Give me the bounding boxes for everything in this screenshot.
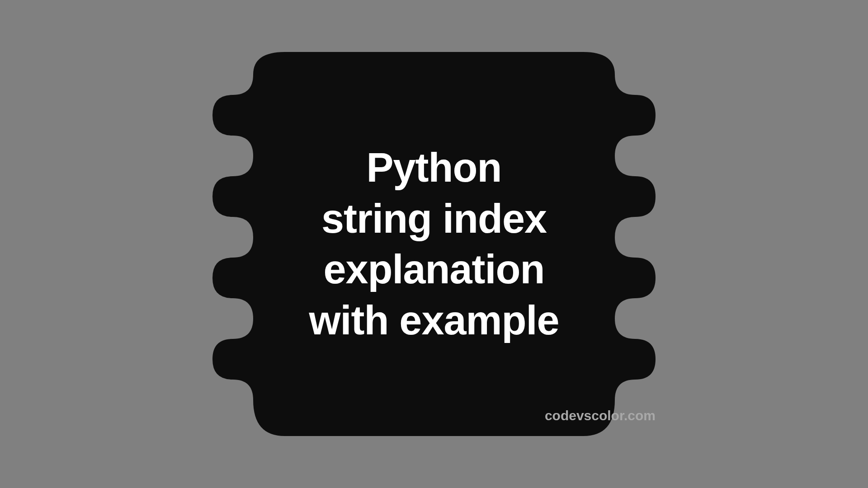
title-line-3: explanation: [309, 244, 559, 295]
card-container: Python string index explanation with exa…: [95, 52, 773, 436]
title-line-1: Python: [309, 142, 559, 193]
attribution-text: codevscolor.com: [545, 408, 656, 423]
inner-card: Python string index explanation with exa…: [95, 52, 773, 436]
title-line-4: with example: [309, 295, 559, 346]
title-text: Python string index explanation with exa…: [309, 142, 559, 346]
content-area: Python string index explanation with exa…: [309, 142, 559, 346]
title-line-2: string index: [309, 193, 559, 244]
